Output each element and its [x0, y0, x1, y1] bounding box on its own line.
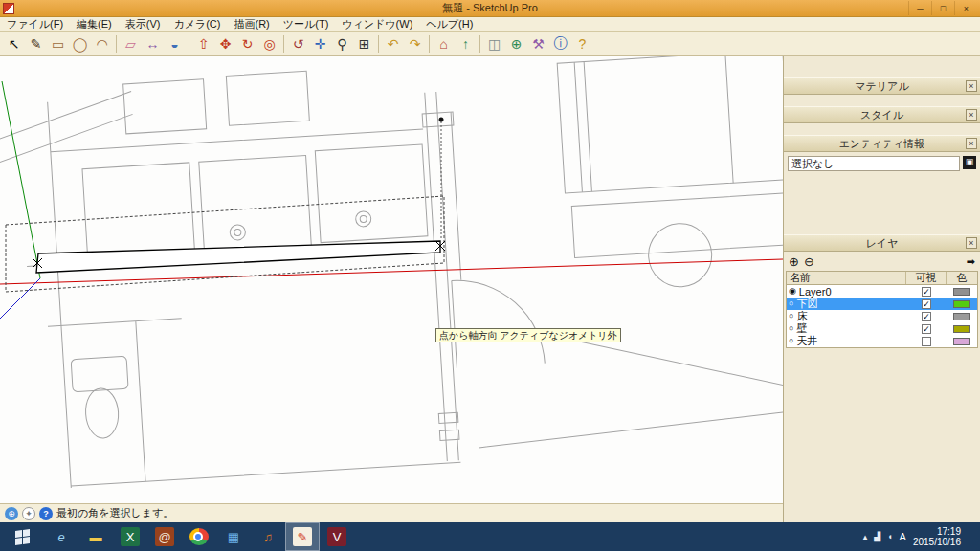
layer-visible-checkbox[interactable]: [922, 337, 931, 346]
file-explorer-taskbar-button[interactable]: ▬: [78, 522, 113, 551]
layer-visible-checkbox[interactable]: ✓: [922, 324, 931, 334]
column-color[interactable]: 色: [947, 272, 977, 284]
zoom-tool-icon[interactable]: ⚲: [331, 33, 353, 55]
entity-info-close-icon[interactable]: ×: [966, 138, 977, 149]
excel-taskbar-button[interactable]: X: [113, 522, 147, 551]
window-title: 無題 - SketchUp Pro: [0, 1, 980, 15]
arc-tool-icon[interactable]: ◠: [91, 33, 113, 55]
layer-color-swatch[interactable]: [953, 338, 970, 345]
toolbar-separator: [479, 35, 480, 53]
menu-view[interactable]: 表示(V): [119, 17, 167, 31]
status-message: 最初の角を選択します。: [56, 506, 173, 520]
layer-color-swatch[interactable]: [953, 288, 970, 296]
orbit-tool-icon[interactable]: ↺: [287, 33, 309, 55]
layer-visible-checkbox[interactable]: ✓: [922, 287, 931, 297]
layer-current-radio[interactable]: ○: [789, 324, 793, 333]
drawing-canvas[interactable]: 点から軸方向 アクティブなジオメトリ外: [0, 56, 783, 503]
layer-current-radio[interactable]: ○: [789, 337, 793, 345]
menu-edit[interactable]: 編集(E): [70, 17, 119, 31]
styles-panel-header[interactable]: スタイル ×: [784, 106, 980, 123]
push-pull-tool-icon[interactable]: ⇧: [192, 33, 214, 55]
layers-detail-arrow-icon[interactable]: ➡: [967, 255, 975, 268]
chrome-taskbar-button[interactable]: [182, 522, 216, 551]
media-app-taskbar-button[interactable]: ♫: [251, 522, 285, 551]
instructor-tool-icon[interactable]: ?: [571, 33, 593, 55]
rotate-tool-icon[interactable]: ↻: [236, 33, 258, 55]
language-indicator[interactable]: A: [900, 531, 906, 542]
toolbar-separator: [116, 35, 117, 53]
extension-warehouse-tool-icon[interactable]: ⚒: [527, 33, 549, 55]
circle-tool-icon[interactable]: ◯: [69, 33, 91, 55]
layer-row-4[interactable]: ○天井: [787, 335, 977, 347]
volume-icon[interactable]: ◖: [887, 532, 892, 541]
section-plane-tool-icon[interactable]: ◫: [483, 33, 505, 55]
sketchup-logo-icon: [3, 3, 14, 14]
geolocation-icon[interactable]: ⊕: [5, 507, 18, 520]
rectangle-tool-icon[interactable]: ▭: [47, 33, 69, 55]
floor-plan-drawing: [0, 56, 783, 503]
previous-view-tool-icon[interactable]: ↶: [382, 33, 404, 55]
layer-color-swatch[interactable]: [953, 325, 970, 333]
line-tool-icon[interactable]: ✎: [25, 33, 47, 55]
add-location-tool-icon[interactable]: ⊕: [505, 33, 527, 55]
zoom-extents-tool-icon[interactable]: ⊞: [353, 33, 375, 55]
offset-tool-icon[interactable]: ◎: [258, 33, 280, 55]
get-models-tool-icon[interactable]: ⌂: [433, 33, 455, 55]
layer-visible-checkbox[interactable]: ✓: [922, 312, 931, 321]
materials-panel-header[interactable]: マテリアル ×: [784, 77, 980, 95]
sketchup-taskbar-button[interactable]: ✎: [285, 522, 320, 551]
layer-color-swatch[interactable]: [953, 300, 970, 308]
menu-draw[interactable]: 描画(R): [227, 17, 276, 31]
credits-icon[interactable]: ✦: [22, 507, 35, 520]
toolbar-separator: [429, 35, 430, 53]
start-button[interactable]: [0, 522, 44, 551]
move-tool-icon[interactable]: ✥: [214, 33, 236, 55]
internet-explorer-taskbar-button[interactable]: e: [44, 522, 78, 551]
v-player-taskbar-button[interactable]: V: [320, 522, 354, 551]
materials-close-icon[interactable]: ×: [966, 80, 977, 92]
photos-icon: ▦: [224, 527, 243, 546]
model-info-tool-icon[interactable]: ⓘ: [549, 33, 571, 55]
menu-camera[interactable]: カメラ(C): [167, 17, 227, 31]
taskbar-clock[interactable]: 17:19 2015/10/16: [913, 526, 964, 547]
hidden-icons-icon[interactable]: ▴: [863, 532, 868, 541]
eraser-tool-icon[interactable]: ▱: [120, 33, 142, 55]
photos-taskbar-button[interactable]: ▦: [216, 522, 251, 551]
entity-details-icon[interactable]: ▣: [963, 156, 976, 169]
layers-close-icon[interactable]: ×: [966, 237, 977, 249]
layer-current-radio[interactable]: ◉: [789, 287, 796, 296]
close-button[interactable]: ×: [954, 1, 977, 15]
menu-window[interactable]: ウィンドウ(W): [335, 17, 419, 31]
column-name[interactable]: 名前: [787, 272, 906, 284]
menu-tools[interactable]: ツール(T): [277, 17, 336, 31]
taskbar: e▬X@▦♫✎V ▴▟◖ A 17:19 2015/10/16: [0, 522, 980, 551]
styles-close-icon[interactable]: ×: [966, 109, 977, 121]
select-tool-icon[interactable]: ↖: [3, 33, 25, 55]
excel-icon: X: [121, 527, 140, 546]
tape-measure-tool-icon[interactable]: ↔: [142, 33, 164, 55]
help-icon[interactable]: ?: [39, 507, 53, 520]
next-view-tool-icon[interactable]: ↷: [404, 33, 426, 55]
entity-info-panel-header[interactable]: エンティティ情報 ×: [784, 135, 980, 152]
tool-bar: ↖✎▭◯◠▱↔◒⇧✥↻◎↺✛⚲⊞↶↷⌂↑◫⊕⚒ⓘ?: [0, 32, 980, 56]
add-layer-icon[interactable]: ⊕: [789, 255, 799, 268]
menu-file[interactable]: ファイル(F): [0, 17, 70, 31]
layer-name: Layer0: [799, 286, 832, 298]
layers-panel-header[interactable]: レイヤ ×: [784, 234, 980, 252]
menu-help[interactable]: ヘルプ(H): [419, 17, 479, 31]
column-visible[interactable]: 可視: [906, 272, 947, 284]
mail-taskbar-button[interactable]: @: [147, 522, 182, 551]
sketchup-icon: ✎: [293, 527, 312, 546]
minimize-button[interactable]: ─: [908, 1, 931, 15]
layer-current-radio[interactable]: ○: [789, 299, 793, 308]
layer-color-swatch[interactable]: [953, 313, 970, 320]
paint-bucket-tool-icon[interactable]: ◒: [164, 33, 186, 55]
pan-tool-icon[interactable]: ✛: [309, 33, 331, 55]
network-icon[interactable]: ▟: [874, 532, 880, 541]
layer-current-radio[interactable]: ○: [789, 312, 793, 320]
remove-layer-icon[interactable]: ⊖: [804, 255, 814, 268]
inference-tooltip: 点から軸方向 アクティブなジオメトリ外: [435, 328, 621, 342]
layer-visible-checkbox[interactable]: ✓: [922, 299, 931, 309]
share-model-tool-icon[interactable]: ↑: [455, 33, 477, 55]
maximize-button[interactable]: □: [931, 1, 954, 15]
